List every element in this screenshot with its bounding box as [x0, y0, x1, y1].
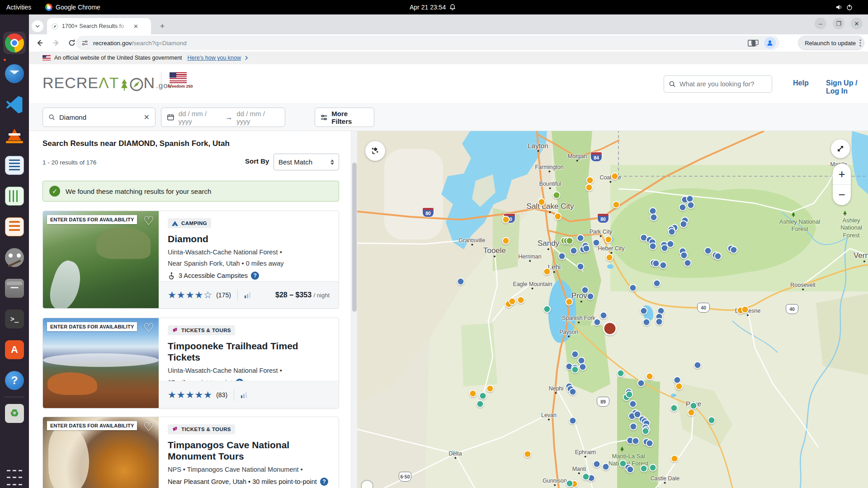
- map-result-marker[interactable]: [627, 466, 634, 474]
- map-result-marker[interactable]: [704, 247, 712, 255]
- map-result-marker[interactable]: [646, 373, 654, 380]
- map-result-marker[interactable]: [538, 198, 546, 206]
- map-result-marker[interactable]: [457, 278, 465, 286]
- tab-close-icon[interactable]: ✕: [133, 23, 138, 30]
- result-title[interactable]: Timpanogos Cave National Monument Tours: [168, 439, 317, 462]
- map-result-marker[interactable]: [602, 463, 610, 471]
- map-result-marker[interactable]: [517, 296, 525, 304]
- clock[interactable]: Apr 21 23:54: [410, 0, 456, 14]
- map-result-marker[interactable]: [632, 437, 640, 445]
- map-result-marker[interactable]: [586, 177, 594, 184]
- map-result-marker[interactable]: [502, 216, 510, 224]
- browser-tab[interactable]: 1700+ Search Results fo ✕: [47, 18, 151, 34]
- question-icon[interactable]: ?: [251, 272, 259, 280]
- result-photo[interactable]: ENTER DATES FOR AVAILABILITY ♡: [43, 417, 159, 488]
- map-result-marker[interactable]: [714, 253, 722, 260]
- focused-app-indicator[interactable]: Google Chrome: [45, 0, 100, 14]
- map-result-marker[interactable]: [469, 390, 477, 398]
- zoom-out-button[interactable]: −: [833, 184, 851, 205]
- menu-dots-icon[interactable]: [859, 39, 861, 47]
- map-result-marker[interactable]: [486, 385, 494, 393]
- map-result-marker[interactable]: [566, 298, 573, 306]
- expand-map-button[interactable]: [831, 139, 850, 158]
- map-result-marker[interactable]: [582, 473, 590, 481]
- back-icon[interactable]: [35, 38, 44, 47]
- site-settings-icon[interactable]: [81, 39, 89, 47]
- map-result-marker[interactable]: [626, 391, 633, 399]
- favorite-heart-icon[interactable]: ♡: [143, 420, 154, 434]
- map-result-marker[interactable]: [543, 268, 551, 276]
- relaunch-to-update-button[interactable]: Relaunch to update: [798, 36, 864, 50]
- map-result-marker[interactable]: [611, 173, 619, 180]
- map-result-marker[interactable]: [652, 260, 660, 267]
- map-result-marker[interactable]: [587, 293, 594, 300]
- bar-chart-icon[interactable]: [241, 392, 247, 398]
- map-result-marker[interactable]: [649, 243, 657, 250]
- map-result-marker[interactable]: [646, 440, 654, 447]
- dock-terminal[interactable]: >_: [3, 308, 26, 330]
- profile-avatar[interactable]: [764, 37, 776, 49]
- new-tab-button[interactable]: +: [156, 20, 168, 32]
- map-result-marker[interactable]: [694, 361, 702, 369]
- sort-select[interactable]: Best Match: [274, 154, 339, 170]
- dock-gimp[interactable]: [3, 246, 26, 269]
- map-result-marker[interactable]: [594, 319, 601, 326]
- result-card-diamond[interactable]: ENTER DATES FOR AVAILABILITY ♡ CAMPING D…: [42, 211, 339, 309]
- map-result-marker[interactable]: [606, 254, 613, 262]
- selected-result-marker[interactable]: [603, 322, 617, 336]
- dock-writer[interactable]: [3, 154, 26, 177]
- map-panel[interactable]: Ashley National Forest Ashley National F…: [357, 131, 868, 488]
- activities-button[interactable]: Activities: [6, 0, 31, 14]
- tab-search-button[interactable]: [32, 20, 43, 32]
- map-result-marker[interactable]: [579, 363, 587, 371]
- map-result-marker[interactable]: [653, 280, 661, 287]
- map-result-marker[interactable]: [642, 427, 650, 435]
- close-button[interactable]: ✕: [851, 18, 863, 29]
- result-title[interactable]: Timpooneke Trailhead Timed Tickets: [168, 340, 330, 363]
- map-result-marker[interactable]: [554, 213, 562, 221]
- dock-files[interactable]: [3, 277, 26, 300]
- map-result-marker[interactable]: [668, 228, 676, 236]
- question-icon[interactable]: ?: [320, 478, 328, 486]
- end-date-placeholder[interactable]: dd / mm / yyyy: [236, 110, 279, 125]
- date-range-field[interactable]: dd / mm / yyyy → dd / mm / yyyy: [161, 108, 285, 127]
- map-result-marker[interactable]: [629, 400, 637, 408]
- map-result-marker[interactable]: [577, 235, 585, 242]
- map-result-marker[interactable]: [629, 284, 637, 292]
- map-result-marker[interactable]: [675, 383, 683, 390]
- map-result-marker[interactable]: [571, 366, 579, 374]
- result-card-timpooneke[interactable]: ENTER DATES FOR AVAILABILITY ♡ TICKETS &…: [42, 318, 339, 408]
- dock-trash[interactable]: ♻: [3, 402, 26, 425]
- favorite-heart-icon[interactable]: ♡: [143, 321, 154, 335]
- map-result-marker[interactable]: [637, 380, 645, 387]
- gov-banner-link[interactable]: Here's how you know: [188, 55, 241, 61]
- map-result-marker[interactable]: [605, 236, 613, 244]
- map-result-marker[interactable]: [656, 318, 663, 326]
- map-result-marker[interactable]: [680, 221, 688, 228]
- map-result-marker[interactable]: [613, 201, 620, 209]
- map-result-marker[interactable]: [569, 417, 577, 425]
- help-link[interactable]: Help: [793, 79, 809, 87]
- signup-login-link[interactable]: Sign Up / Log In: [826, 79, 868, 95]
- start-date-placeholder[interactable]: dd / mm / yyyy: [179, 110, 222, 125]
- dock-help[interactable]: ?: [3, 369, 26, 392]
- dock-thunderbird[interactable]: [3, 62, 26, 85]
- map-result-marker[interactable]: [585, 184, 593, 192]
- map-result-marker[interactable]: [577, 263, 585, 271]
- map-result-marker[interactable]: [630, 423, 637, 431]
- system-tray[interactable]: [835, 0, 853, 14]
- clear-search-icon[interactable]: ✕: [144, 113, 150, 122]
- results-scrollbar[interactable]: [351, 131, 357, 488]
- map-result-marker[interactable]: [680, 252, 688, 259]
- app-grid-button[interactable]: [3, 466, 26, 488]
- dock-chrome[interactable]: [3, 32, 26, 54]
- map-result-marker[interactable]: [687, 202, 695, 209]
- map-result-marker[interactable]: [600, 312, 608, 319]
- address-bar[interactable]: recreation.gov/search?q=Diamond: [76, 36, 779, 50]
- map-result-marker[interactable]: [640, 307, 648, 315]
- map-result-marker[interactable]: [741, 306, 749, 314]
- map-result-marker[interactable]: [566, 480, 574, 488]
- map-result-marker[interactable]: [558, 253, 566, 260]
- dock-software[interactable]: A: [3, 338, 26, 361]
- dock-impress[interactable]: [3, 216, 26, 238]
